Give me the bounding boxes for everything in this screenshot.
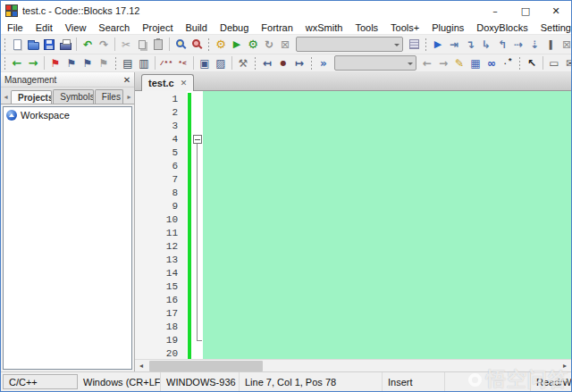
forward-icon[interactable]: → bbox=[25, 55, 41, 71]
management-tab[interactable]: Projects bbox=[11, 90, 52, 104]
step-out-icon[interactable]: ↰ bbox=[494, 37, 510, 53]
search-combo[interactable] bbox=[334, 55, 416, 71]
help-box-icon[interactable]: ▨ bbox=[213, 55, 229, 71]
run-to-cursor-icon[interactable]: ⇥ bbox=[446, 37, 462, 53]
jump-point-icon[interactable]: ● bbox=[275, 55, 291, 71]
block-uncomment-icon[interactable]: ▥ bbox=[136, 55, 152, 71]
print-icon[interactable] bbox=[57, 37, 73, 53]
step-into-icon[interactable]: ↳ bbox=[478, 37, 494, 53]
block-comment-icon[interactable]: ▤ bbox=[120, 55, 136, 71]
code-editor[interactable]: 1 #include <stdio.h> 2 3 bbox=[135, 91, 571, 359]
grip[interactable] bbox=[4, 56, 6, 70]
code-line[interactable]: 18 bbox=[135, 321, 571, 334]
search-back-icon[interactable]: ← bbox=[419, 55, 435, 71]
step-into-instr-icon[interactable]: ⇣ bbox=[526, 37, 543, 53]
tab-close-icon[interactable]: ✕ bbox=[181, 79, 188, 88]
grip[interactable] bbox=[310, 56, 313, 70]
menu-item[interactable]: Tools+ bbox=[384, 21, 425, 35]
rebuild-icon[interactable]: ↻ bbox=[261, 37, 277, 53]
separator[interactable] bbox=[155, 56, 156, 70]
prev-bookmark-icon[interactable]: ⚑ bbox=[63, 55, 80, 71]
minimize-button[interactable]: – bbox=[480, 1, 510, 21]
code-line[interactable]: 12 fgets(buff, 255, (FILE*)fp); bbox=[135, 240, 571, 254]
separator[interactable] bbox=[114, 38, 115, 51]
menu-item[interactable]: Tools bbox=[349, 21, 384, 35]
next-instruction-icon[interactable]: ⇢ bbox=[510, 37, 526, 53]
scroll-right-icon[interactable]: ▸ bbox=[559, 360, 571, 372]
break-debugger-icon[interactable]: ‖ bbox=[543, 37, 559, 53]
scrollbar-track[interactable] bbox=[147, 360, 559, 372]
menu-item[interactable]: Search bbox=[92, 21, 136, 35]
stop-debugger-icon[interactable]: ⊠ bbox=[559, 37, 571, 53]
menu-item[interactable]: Project bbox=[136, 21, 179, 35]
copy-icon[interactable] bbox=[134, 37, 150, 53]
debug-continue-icon[interactable]: ▶ bbox=[430, 37, 446, 53]
menu-item[interactable]: Fortran bbox=[255, 21, 299, 35]
clear-bookmarks-icon[interactable]: ⚑ bbox=[96, 55, 112, 71]
fold-marker[interactable] bbox=[192, 93, 203, 106]
fold-marker[interactable] bbox=[192, 133, 203, 146]
management-tab[interactable]: Symbols bbox=[53, 89, 93, 104]
new-file-icon[interactable] bbox=[9, 37, 25, 53]
grip[interactable] bbox=[254, 56, 257, 70]
code-line[interactable]: 1 #include <stdio.h> bbox=[135, 93, 571, 106]
build-run-icon[interactable]: ⚙ bbox=[245, 37, 261, 53]
horizontal-scrollbar[interactable]: ◂ ▸ bbox=[135, 359, 571, 371]
code-line[interactable]: 19 } bbox=[135, 334, 571, 347]
cut-icon[interactable]: ✂ bbox=[118, 37, 134, 53]
separator[interactable] bbox=[231, 56, 232, 70]
fold-marker[interactable] bbox=[192, 173, 203, 187]
menu-item[interactable]: File bbox=[1, 21, 29, 35]
separator[interactable] bbox=[169, 38, 170, 51]
management-tab[interactable]: Files bbox=[95, 89, 123, 104]
mail-icon[interactable]: ✉ bbox=[562, 55, 571, 71]
doxygen-comment-icon[interactable]: /** bbox=[158, 55, 174, 71]
abort-build-icon[interactable]: ⊠ bbox=[277, 37, 293, 53]
code-line[interactable]: 14 bbox=[135, 267, 571, 280]
grip[interactable] bbox=[4, 38, 6, 51]
menu-item[interactable]: wxSmith bbox=[299, 21, 349, 35]
grip[interactable] bbox=[518, 56, 521, 70]
settings-wrench-icon[interactable]: ⚒ bbox=[235, 55, 251, 71]
code-line[interactable]: 2 bbox=[135, 106, 571, 120]
separator[interactable] bbox=[193, 56, 194, 70]
title-bar[interactable]: test.c - Code::Blocks 17.12 – □ ✕ bbox=[1, 1, 571, 21]
code-line[interactable]: 4 { bbox=[135, 133, 571, 146]
back-icon[interactable]: ← bbox=[9, 55, 25, 71]
fold-marker[interactable] bbox=[192, 146, 203, 160]
undo-icon[interactable]: ↶ bbox=[80, 37, 96, 53]
fold-marker[interactable] bbox=[192, 120, 203, 133]
fold-marker[interactable] bbox=[192, 160, 203, 173]
management-title-bar[interactable]: Management ✕ bbox=[1, 72, 134, 88]
open-file-icon[interactable] bbox=[25, 37, 41, 53]
next-line-icon[interactable]: ↴ bbox=[462, 37, 478, 53]
grip[interactable] bbox=[114, 56, 117, 70]
code-line[interactable]: 6 char buff[255]; bbox=[135, 160, 571, 173]
search-forward-icon[interactable]: → bbox=[435, 55, 451, 71]
menu-item[interactable]: DoxyBlocks bbox=[470, 21, 534, 35]
menu-item[interactable]: Settings bbox=[534, 21, 572, 35]
fold-marker[interactable] bbox=[192, 267, 203, 280]
tab-scroll-left-icon[interactable]: ◂ bbox=[1, 93, 11, 104]
fold-marker[interactable] bbox=[192, 213, 203, 227]
code-line[interactable]: 13 printf("2: %s\n", buff ); bbox=[135, 254, 571, 267]
editor-tab-testc[interactable]: test.c ✕ bbox=[141, 74, 194, 91]
fold-marker[interactable] bbox=[192, 307, 203, 321]
scrollbar-thumb[interactable] bbox=[149, 361, 263, 371]
code-line[interactable]: 20 bbox=[135, 347, 571, 359]
fold-marker[interactable] bbox=[192, 106, 203, 120]
management-close-icon[interactable]: ✕ bbox=[120, 75, 134, 85]
fold-marker[interactable] bbox=[192, 254, 203, 267]
highlight-options-icon[interactable]: ▦ bbox=[467, 55, 484, 71]
build-target-combo[interactable] bbox=[296, 37, 403, 52]
fold-marker[interactable] bbox=[192, 187, 203, 200]
code-line[interactable]: 8 fp = fopen("/tmp/test.txt", "r"); bbox=[135, 187, 571, 200]
grip[interactable] bbox=[207, 38, 210, 51]
scroll-left-icon[interactable]: ◂ bbox=[135, 360, 147, 372]
code-line[interactable]: 17 fclose(fp); bbox=[135, 307, 571, 321]
toggle-bookmark-icon[interactable]: ⚑ bbox=[47, 55, 63, 71]
fold-marker[interactable] bbox=[192, 200, 203, 213]
redo-icon[interactable]: ↷ bbox=[96, 37, 112, 53]
code-line[interactable]: 3 int main() bbox=[135, 120, 571, 133]
find-icon[interactable] bbox=[172, 37, 189, 53]
